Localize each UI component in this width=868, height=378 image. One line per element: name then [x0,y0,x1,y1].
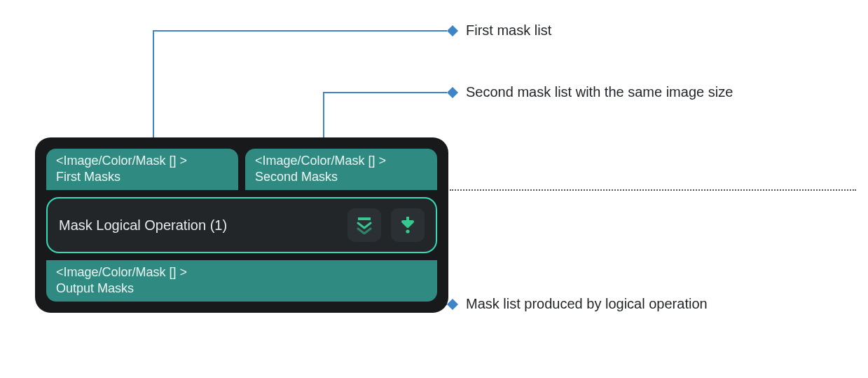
output-ports-row: <Image/Color/Mask [] > Output Masks [46,260,437,302]
port-type-label: <Image/Color/Mask [] > [255,153,427,169]
svg-marker-4 [447,299,458,310]
port-name-label: First Masks [56,169,228,185]
node-body[interactable]: Mask Logical Operation (1) [46,197,437,253]
expand-down-button[interactable] [347,208,381,242]
output-port-output-masks[interactable]: <Image/Color/Mask [] > Output Masks [46,260,437,302]
annotation-output-mask: Mask list produced by logical operation [466,296,708,312]
port-name-label: Output Masks [56,281,427,297]
input-ports-row: <Image/Color/Mask [] > First Masks <Imag… [46,149,437,190]
svg-marker-2 [447,87,458,98]
svg-point-7 [406,229,409,233]
mask-logical-operation-node[interactable]: <Image/Color/Mask [] > First Masks <Imag… [35,137,448,313]
port-type-label: <Image/Color/Mask [] > [56,264,427,281]
input-port-second-masks[interactable]: <Image/Color/Mask [] > Second Masks [245,149,437,190]
svg-rect-6 [358,217,371,220]
exec-button[interactable] [391,208,425,242]
port-name-label: Second Masks [255,169,427,185]
input-port-first-masks[interactable]: <Image/Color/Mask [] > First Masks [46,149,238,190]
section-divider [450,189,856,191]
expand-down-icon [355,216,373,234]
annotation-first-mask: First mask list [466,22,551,39]
exec-arrow-icon [399,216,417,234]
annotation-second-mask: Second mask list with the same image siz… [466,84,733,100]
port-type-label: <Image/Color/Mask [] > [56,153,228,169]
svg-marker-0 [447,25,458,36]
node-title: Mask Logical Operation (1) [59,217,338,234]
